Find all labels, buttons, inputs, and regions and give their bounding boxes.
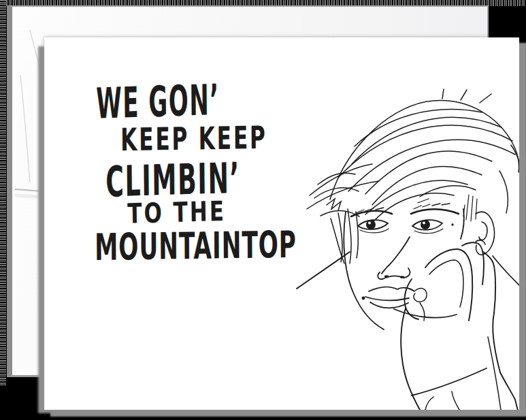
hair-strokes — [307, 89, 519, 263]
ear — [463, 195, 495, 255]
portrait-line-drawing — [44, 37, 519, 410]
fist — [401, 242, 519, 410]
greeting-card-product-mockup: WE GON’ KEEP KEEP CLIMBIN’ TO THE MOUNTA… — [0, 0, 526, 420]
face-features — [297, 199, 464, 329]
greeting-card: WE GON’ KEEP KEEP CLIMBIN’ TO THE MOUNTA… — [44, 37, 519, 410]
transparency-noise-left-edge — [0, 0, 6, 385]
